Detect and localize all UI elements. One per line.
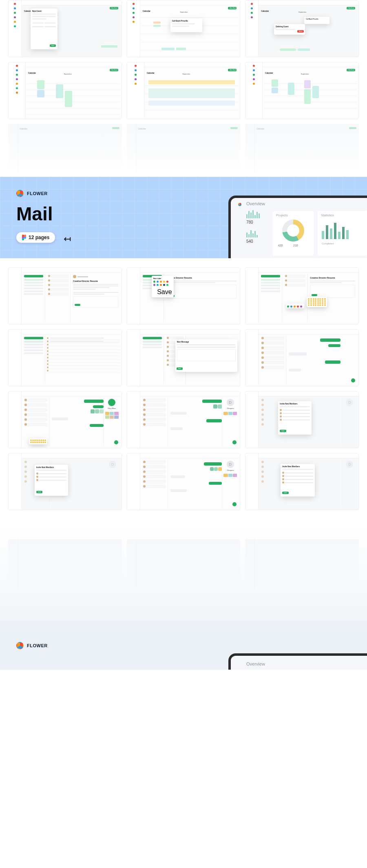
mail-thumb-invite-3: D Invite New Members Invite bbox=[245, 453, 359, 510]
mail-hero: FLOWER Mail 12 pages ↤ Overview 780 540 … bbox=[0, 177, 367, 258]
calendar-reflection-row: Calendar Calendar Calendar bbox=[8, 124, 359, 173]
mail-reflection-row bbox=[0, 526, 367, 621]
mail-thumb-chat-channel-2: D #Designers bbox=[127, 453, 241, 510]
page-title: Calendar bbox=[147, 72, 155, 74]
send-button bbox=[75, 304, 80, 306]
pages-count: 12 pages bbox=[29, 235, 49, 240]
delete-button: Delete bbox=[297, 30, 304, 33]
page-title: Calendar bbox=[265, 72, 273, 74]
calendar-thumb-week-3: Calendar + New Event September bbox=[245, 62, 359, 119]
new-event-pill: + New Event bbox=[110, 69, 118, 71]
mail-thumb-chat-profile-emoji: Olivia Wilson bbox=[8, 391, 122, 448]
pages-badge: 12 pages bbox=[16, 232, 55, 243]
mail-thumb-reader: Creative Director Resume bbox=[8, 267, 122, 324]
donut-chart-icon bbox=[282, 220, 304, 242]
new-event-pill: + New Event bbox=[110, 7, 118, 9]
mail-thumb-chat-channel: D #Designers bbox=[127, 391, 241, 448]
new-message-title: New Message bbox=[177, 341, 236, 343]
overview-label: Overview bbox=[246, 201, 367, 206]
figma-icon bbox=[22, 235, 26, 240]
month-label: September bbox=[298, 11, 307, 13]
page-title: Calendar bbox=[143, 10, 150, 12]
calendar-thumb-delete-modal: Calendar + New Event September Call Back… bbox=[245, 0, 359, 57]
avatar bbox=[108, 399, 115, 406]
invite-title: Invite New Members bbox=[280, 403, 310, 405]
modal-title: New Event bbox=[32, 10, 56, 12]
arrow-icon: ↤ bbox=[64, 234, 71, 244]
page-title: Calendar bbox=[28, 72, 36, 74]
brand-name: FLOWER bbox=[27, 643, 48, 648]
mail-thumb-emoji: Creative Director Resume bbox=[245, 267, 359, 324]
statistics-panel: Statistics Completed bbox=[318, 211, 367, 256]
modal-save-button: Save bbox=[50, 44, 56, 47]
new-event-pill: + New Event bbox=[347, 7, 355, 9]
calendar-thumbnail-section: Calendar + New Event New Event Save bbox=[0, 0, 367, 177]
brand-logo-icon bbox=[16, 190, 24, 197]
projects-panel: Projects 420 210 bbox=[273, 211, 314, 256]
mail-thumb-new-label: Creative Director Resume New Label Save bbox=[127, 267, 241, 324]
new-chat-fab bbox=[351, 378, 355, 382]
brand-name: FLOWER bbox=[27, 191, 48, 196]
calendar-thumb-new-event-modal: Calendar + New Event New Event Save bbox=[8, 0, 122, 57]
brand-logo-icon bbox=[16, 642, 24, 649]
mail-thumb-new-message: New Message Send bbox=[127, 329, 241, 386]
mail-thumb-invite-1: D Invite New Members Invite bbox=[245, 391, 359, 448]
mail-thumbnail-section: Creative Director Resume Creative Direct… bbox=[0, 258, 367, 526]
new-label-title: New Label bbox=[153, 277, 172, 279]
calendar-thumb-week-1: Calendar + New Event September bbox=[8, 62, 122, 119]
calendar-thumb-week-2: Calendar + New Event September bbox=[127, 62, 241, 119]
device-mockup: Overview bbox=[228, 653, 367, 670]
mail-thumb-inbox-list bbox=[8, 329, 122, 386]
next-section-hero: FLOWER Overview bbox=[0, 621, 367, 670]
mail-thumb-chat-basic bbox=[245, 329, 359, 386]
new-event-pill: + New Event bbox=[228, 7, 237, 9]
mail-subject: Creative Director Resume bbox=[73, 280, 118, 282]
device-mockup: Overview 780 540 Projects 420 210 Statis… bbox=[228, 196, 367, 258]
month-label: September bbox=[180, 11, 188, 13]
popover-title: Call Back Priscilla bbox=[172, 20, 201, 22]
chat-user-name: Olivia Wilson bbox=[104, 408, 120, 409]
channel-name: #Designers bbox=[222, 408, 238, 409]
page-title: Calendar bbox=[261, 10, 269, 12]
mail-thumb-invite-2: D Invite New Members Invite bbox=[8, 453, 122, 510]
channel-avatar: D bbox=[227, 399, 234, 406]
calendar-thumb-event-popover: Calendar + New Event September Call Back… bbox=[127, 0, 241, 57]
